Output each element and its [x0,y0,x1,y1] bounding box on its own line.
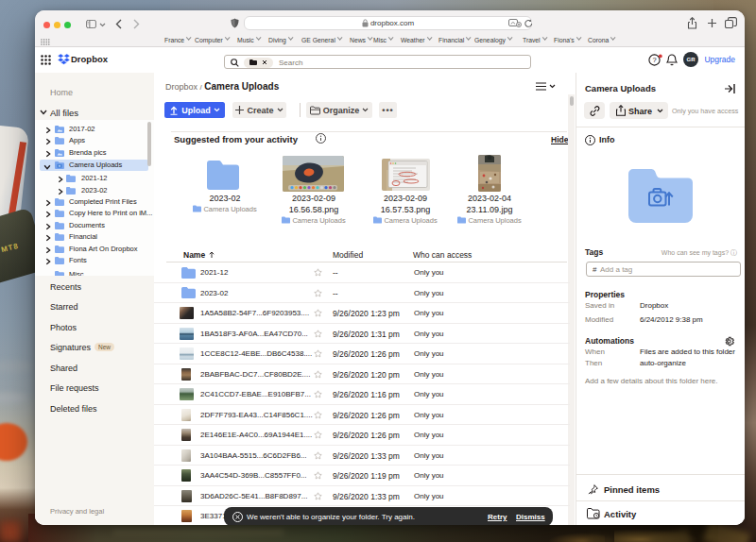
svg-text:?: ? [652,56,656,64]
